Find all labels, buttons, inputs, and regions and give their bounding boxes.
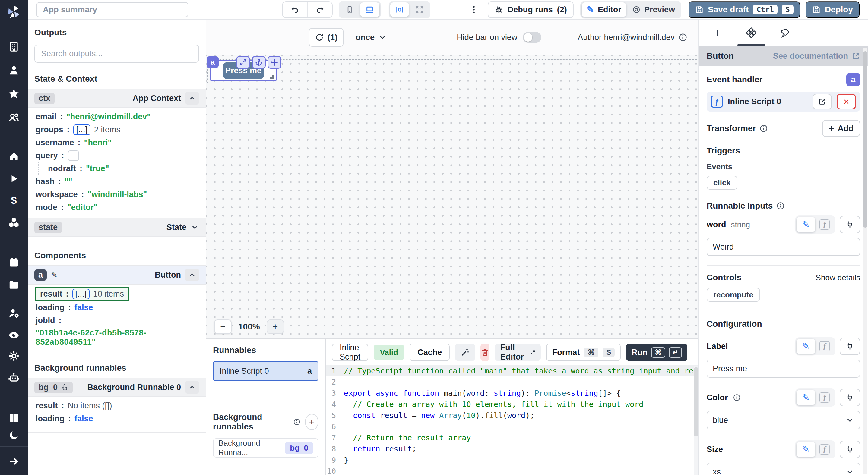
- see-documentation-link[interactable]: See documentation: [773, 52, 860, 61]
- scrollbar-thumb[interactable]: [694, 367, 698, 436]
- move-handle-icon[interactable]: [268, 56, 281, 69]
- redo-button[interactable]: [307, 2, 332, 18]
- component-settings-tab[interactable]: [734, 20, 768, 46]
- runs-play-icon[interactable]: [0, 173, 28, 184]
- panel-scrollbar[interactable]: [863, 47, 867, 474]
- code-line[interactable]: 7 // Return the result array: [326, 432, 698, 443]
- settings-gear-icon[interactable]: [0, 350, 28, 362]
- bg0-header-row[interactable]: bg_0 Background Runnable 0: [28, 378, 206, 397]
- run-button[interactable]: Run ⌘ ↵: [626, 344, 687, 361]
- static-mode-pencil-icon[interactable]: ✎: [797, 442, 815, 457]
- connect-plug-icon[interactable]: [840, 338, 860, 355]
- expand-chevron-down-icon[interactable]: [191, 223, 199, 232]
- code-line[interactable]: 4 // Create an array with 10 elements, f…: [326, 399, 698, 410]
- button-component-row[interactable]: a ✎ Button: [28, 265, 206, 284]
- windmill-logo-icon[interactable]: [0, 5, 28, 19]
- inline-script-item[interactable]: Inline Script 0 a: [213, 361, 318, 381]
- resources-cubes-icon[interactable]: [0, 216, 28, 228]
- code-line[interactable]: 6: [326, 421, 698, 432]
- format-button[interactable]: Format ⌘ S: [546, 344, 621, 361]
- add-background-runnable-button[interactable]: +: [305, 414, 318, 430]
- remove-script-icon[interactable]: ×: [837, 94, 856, 109]
- info-icon[interactable]: [678, 33, 687, 42]
- ctx-header-row[interactable]: ctx App Context: [28, 89, 206, 108]
- desktop-view-button[interactable]: [360, 2, 379, 17]
- code-line[interactable]: 2: [326, 376, 698, 387]
- search-outputs-input[interactable]: [34, 45, 199, 63]
- eval-mode-fn-icon[interactable]: f: [815, 217, 834, 232]
- app-summary-input[interactable]: [36, 2, 188, 17]
- collapse-chevron-up-icon[interactable]: [185, 381, 199, 394]
- app-canvas[interactable]: (1) once Hide bar on view Author henri@w…: [206, 20, 698, 338]
- zoom-out-button[interactable]: −: [214, 319, 231, 334]
- collapse-chevron-up-icon[interactable]: [185, 92, 199, 105]
- home-icon[interactable]: [0, 151, 28, 162]
- resize-handle[interactable]: [270, 75, 274, 79]
- user-icon[interactable]: [0, 65, 28, 76]
- deploy-button[interactable]: Deploy: [806, 1, 860, 18]
- workers-user-gear-icon[interactable]: [0, 307, 28, 319]
- groups-icon[interactable]: [0, 111, 28, 123]
- cache-button[interactable]: Cache: [409, 344, 450, 361]
- debug-runs-button[interactable]: Debug runs (2): [488, 1, 574, 18]
- code-line[interactable]: 8 return result;: [326, 443, 698, 454]
- expand-array-chip[interactable]: [...]: [73, 125, 91, 135]
- info-icon[interactable]: [733, 394, 741, 402]
- schedules-calendar-icon[interactable]: [0, 257, 28, 268]
- connect-plug-icon[interactable]: [840, 441, 860, 458]
- eval-mode-fn-icon[interactable]: f: [815, 442, 834, 457]
- code-line[interactable]: 3export async function main(word: string…: [326, 387, 698, 399]
- code-editor[interactable]: 1// TypeScript function called "main" th…: [326, 365, 698, 475]
- static-mode-pencil-icon[interactable]: ✎: [797, 390, 815, 405]
- code-line[interactable]: 1// TypeScript function called "main" th…: [326, 365, 698, 376]
- fullwidth-layout-button[interactable]: [410, 2, 429, 17]
- open-script-icon[interactable]: [812, 94, 832, 109]
- full-editor-button[interactable]: Full Editor: [495, 344, 541, 361]
- undo-button[interactable]: [283, 2, 307, 18]
- centered-layout-button[interactable]: [390, 2, 409, 17]
- info-icon[interactable]: [760, 124, 768, 133]
- size-select[interactable]: xs: [707, 463, 860, 474]
- label-value-input[interactable]: [707, 360, 860, 378]
- background-runnable-item[interactable]: Background Runna... bg_0: [213, 438, 318, 457]
- more-menu-kebab-icon[interactable]: [469, 5, 478, 14]
- expand-array-chip[interactable]: [...]: [72, 289, 90, 299]
- scrollbar-thumb[interactable]: [863, 51, 867, 228]
- refresh-mode-dropdown[interactable]: once: [355, 33, 386, 42]
- event-script-card[interactable]: f Inline Script 0 ×: [707, 92, 860, 111]
- docs-book-icon[interactable]: [0, 412, 28, 424]
- eval-mode-fn-icon[interactable]: f: [815, 339, 834, 354]
- save-draft-button[interactable]: Save draft Ctrl S: [688, 1, 800, 18]
- code-line[interactable]: 9}: [326, 454, 698, 466]
- show-details-link[interactable]: Show details: [816, 273, 860, 282]
- info-icon[interactable]: [776, 202, 785, 210]
- styling-brush-tab[interactable]: [768, 20, 802, 46]
- edit-id-pencil-icon[interactable]: ✎: [51, 270, 58, 280]
- static-mode-pencil-icon[interactable]: ✎: [797, 217, 815, 232]
- expand-handle-icon[interactable]: [236, 56, 250, 69]
- mobile-view-button[interactable]: [340, 2, 359, 17]
- word-value-input[interactable]: [707, 238, 860, 256]
- collapse-chevron-up-icon[interactable]: [185, 269, 199, 281]
- workspace-icon[interactable]: [0, 41, 28, 53]
- connect-plug-icon[interactable]: [840, 216, 860, 233]
- static-mode-pencil-icon[interactable]: ✎: [797, 339, 815, 354]
- editor-tab[interactable]: ✎ Editor: [582, 2, 626, 17]
- delete-script-button[interactable]: [480, 344, 490, 361]
- color-select[interactable]: blue: [707, 411, 860, 430]
- expand-object-chip[interactable]: -: [68, 150, 79, 161]
- add-transformer-button[interactable]: + Add: [822, 120, 860, 137]
- audit-eye-icon[interactable]: [0, 329, 28, 341]
- ai-robot-icon[interactable]: [0, 372, 28, 384]
- code-line[interactable]: 10: [326, 466, 698, 475]
- folders-icon[interactable]: [0, 279, 28, 291]
- refresh-button[interactable]: (1): [309, 28, 343, 47]
- code-line[interactable]: 5 const result = new Array(10).fill(word…: [326, 410, 698, 421]
- eval-mode-fn-icon[interactable]: f: [815, 390, 834, 405]
- hide-bar-toggle[interactable]: [523, 32, 541, 43]
- variables-dollar-icon[interactable]: $: [0, 194, 28, 206]
- expand-rail-arrow-icon[interactable]: [0, 456, 28, 467]
- info-icon[interactable]: [293, 417, 301, 427]
- favorites-star-icon[interactable]: [0, 88, 28, 99]
- connect-plug-icon[interactable]: [840, 389, 860, 406]
